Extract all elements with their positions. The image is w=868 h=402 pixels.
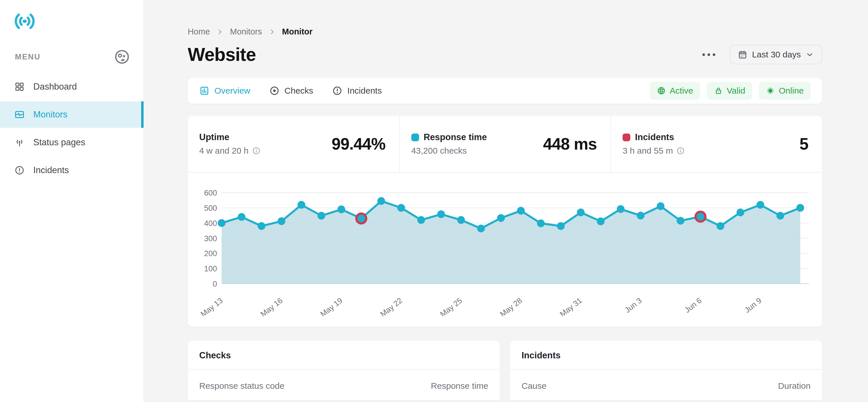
date-range-label: Last 30 days [752, 50, 801, 59]
chart-y-tick-label: 0 [213, 280, 217, 288]
chart-point[interactable] [497, 214, 505, 222]
tab-incidents[interactable]: Incidents [332, 86, 382, 96]
breadcrumb-current: Monitor [282, 27, 313, 36]
chart-y-tick-label: 200 [204, 249, 217, 258]
chart-y-tick-label: 500 [204, 204, 217, 213]
chart-point[interactable] [537, 219, 545, 227]
sidebar-item-dashboard[interactable]: Dashboard [0, 73, 144, 100]
chart-x-tick-label: May 13 [199, 296, 224, 316]
monitor-toolbar: Overview Checks Incidents [188, 78, 822, 104]
chevron-right-icon [216, 28, 224, 36]
more-options-icon [702, 53, 705, 56]
sidebar-item-label: Dashboard [33, 82, 77, 92]
incidents-swatch [623, 133, 630, 141]
chart-point[interactable] [756, 201, 764, 209]
menu-heading: MENU [15, 53, 41, 61]
sidebar-item-incidents[interactable]: Incidents [0, 157, 144, 184]
chart-y-tick-label: 300 [204, 234, 217, 243]
chart-point[interactable] [377, 197, 385, 205]
chart-point[interactable] [397, 204, 405, 212]
stat-value: 5 [799, 134, 808, 153]
column-header-response-time: Response time [431, 381, 488, 391]
tab-label: Overview [214, 86, 250, 96]
stat-value: 99.44% [332, 134, 385, 153]
mascot-icon[interactable] [114, 49, 130, 65]
stat-uptime: Uptime 4 w and 20 h 99.44% [188, 116, 399, 172]
chart-point[interactable] [637, 212, 644, 219]
alert-circle-icon [14, 165, 25, 176]
chart-point[interactable] [657, 203, 664, 210]
chart-point[interactable] [417, 216, 425, 224]
grid-icon [14, 82, 25, 92]
breadcrumb-monitors[interactable]: Monitors [230, 27, 262, 36]
status-badge-online: Online [759, 82, 811, 100]
chart-point[interactable] [557, 222, 565, 230]
chart-point[interactable] [517, 207, 525, 215]
chart-point[interactable] [278, 217, 285, 225]
status-badge-label: Valid [727, 86, 745, 96]
chart-x-tick-label: May 25 [439, 296, 464, 316]
more-options-button[interactable] [701, 50, 717, 60]
tab-overview[interactable]: Overview [199, 86, 250, 96]
alert-circle-icon [332, 86, 342, 96]
tab-label: Incidents [347, 86, 382, 96]
chart-x-tick-label: May 22 [379, 296, 404, 316]
breadcrumb: Home Monitors Monitor [188, 27, 822, 36]
stat-sub-label: 43,200 checks [411, 146, 467, 156]
calendar-icon [738, 50, 747, 59]
chart-x-tick-label: Jun 6 [683, 296, 704, 314]
globe-icon [657, 86, 666, 95]
app-logo-icon[interactable] [14, 10, 36, 32]
chart-point[interactable] [218, 219, 226, 227]
sidebar-item-monitors[interactable]: Monitors [0, 101, 144, 128]
tab-checks[interactable]: Checks [269, 86, 313, 96]
response-time-chart-canvas: 0100200300400500600May 13May 16May 19May… [199, 184, 811, 316]
chart-point[interactable] [477, 224, 485, 232]
chart-x-tick-label: Jun 3 [623, 296, 644, 314]
main-content: Home Monitors Monitor Website [144, 0, 868, 402]
sidebar-nav: Dashboard Monitors Status pages [0, 73, 144, 184]
chart-x-tick-label: May 28 [498, 296, 524, 316]
stat-label: Uptime [199, 132, 229, 143]
chart-point[interactable] [437, 211, 445, 218]
stat-sub-label: 3 h and 55 m [623, 146, 673, 156]
chart-x-tick-label: May 19 [319, 296, 344, 316]
breadcrumb-home[interactable]: Home [188, 27, 210, 36]
column-header-cause: Cause [522, 381, 547, 391]
info-icon[interactable] [676, 147, 685, 155]
chart-point[interactable] [258, 222, 266, 230]
stat-response-time: Response time 43,200 checks 448 ms [399, 116, 611, 172]
chart-y-tick-label: 100 [204, 265, 217, 273]
sidebar-item-status-pages[interactable]: Status pages [0, 129, 144, 156]
online-dot-icon [766, 86, 775, 95]
chart-point[interactable] [317, 212, 325, 220]
sidebar: MENU Dashboard Monitors [0, 0, 144, 402]
response-time-chart: 0100200300400500600May 13May 16May 19May… [188, 173, 822, 317]
date-range-button[interactable]: Last 30 days [730, 45, 822, 64]
circle-dot-icon [269, 86, 280, 96]
chart-point[interactable] [457, 216, 465, 224]
stat-incidents: Incidents 3 h and 55 m 5 [611, 116, 822, 172]
checks-panel: Checks Response status code Response tim… [188, 341, 500, 400]
chart-point[interactable] [716, 222, 724, 230]
chart-incident-point[interactable] [696, 213, 704, 220]
status-badge-active: Active [650, 82, 700, 100]
status-badge-valid: Valid [707, 82, 752, 100]
chart-point[interactable] [797, 204, 804, 212]
chart-point[interactable] [298, 201, 305, 209]
chart-point[interactable] [737, 209, 744, 216]
chart-point[interactable] [597, 217, 604, 225]
chevron-right-icon [268, 28, 276, 36]
stat-label: Response time [424, 132, 487, 143]
panel-title: Checks [188, 341, 500, 369]
chart-point[interactable] [577, 209, 585, 216]
chart-point[interactable] [338, 206, 345, 213]
chart-incident-point[interactable] [358, 215, 365, 222]
chart-point[interactable] [677, 217, 684, 224]
info-icon[interactable] [252, 147, 260, 155]
column-header-response-status-code: Response status code [199, 381, 284, 391]
chart-point[interactable] [776, 212, 784, 220]
chart-point[interactable] [238, 213, 245, 221]
overview-card: Uptime 4 w and 20 h 99.44% [188, 116, 822, 327]
chart-point[interactable] [617, 205, 625, 213]
